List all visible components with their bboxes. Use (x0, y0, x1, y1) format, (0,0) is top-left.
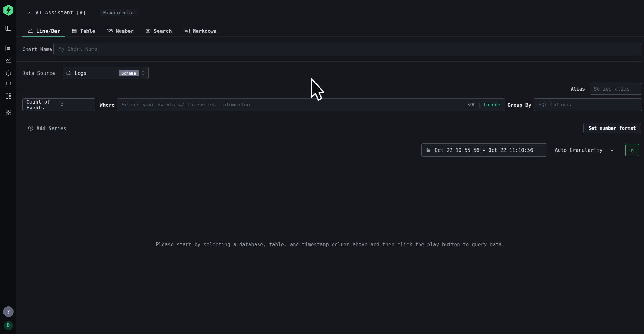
sidebar: ? D (0, 0, 16, 334)
tab-line-bar[interactable]: Line/Bar (22, 25, 65, 36)
ai-assistant-title: AI Assistant [A] (36, 10, 86, 15)
gear-icon (5, 109, 12, 116)
sql-toggle[interactable]: SQL (468, 102, 476, 108)
toggle-separator: | (478, 102, 481, 108)
ai-assistant-header: AI Assistant [A] Experimental (16, 0, 644, 25)
line-chart-icon (5, 57, 12, 64)
group-by-label: Group By (507, 102, 531, 108)
markdown-icon: M↓ (184, 29, 190, 33)
play-icon (630, 148, 635, 152)
divider (16, 61, 642, 62)
laptop-icon (5, 81, 12, 88)
data-source-value: Logs (75, 70, 119, 76)
help-label: ? (7, 309, 10, 315)
log-list-icon (5, 45, 12, 52)
experimental-badge: Experimental (100, 9, 137, 16)
help-button[interactable]: ? (3, 306, 14, 317)
app-logo[interactable] (3, 4, 14, 16)
time-controls-row: Oct 22 10:55:56 - Oct 22 11:10:56 Auto G… (16, 143, 639, 157)
database-icon (66, 70, 72, 76)
sidebar-item-alerts[interactable] (5, 69, 12, 76)
where-label: Where (100, 102, 115, 108)
series-row: Count of Events Where SQL | Lucene Group… (16, 98, 644, 111)
collapse-chevron-icon[interactable] (26, 10, 31, 15)
aggregation-value: Count of Events (26, 99, 58, 111)
calendar-icon (426, 148, 431, 153)
number-123-icon: 123 (107, 29, 113, 33)
sidebar-item-settings[interactable] (5, 109, 12, 116)
series-alias-input[interactable] (590, 83, 642, 95)
tab-label: Table (80, 28, 95, 34)
sidebar-item-logs[interactable] (5, 45, 12, 52)
schema-badge: Schema (119, 70, 139, 76)
granularity-value: Auto Granularity (555, 147, 603, 153)
document-list-icon (146, 28, 151, 34)
divider (16, 89, 570, 89)
chart-name-label: Chart Name (22, 46, 52, 52)
hyperdx-logo-icon (3, 4, 14, 16)
main-content: AI Assistant [A] Experimental Line/Bar T… (16, 0, 644, 334)
data-source-select[interactable]: Logs Schema (63, 67, 149, 79)
alias-label: Alias (571, 86, 585, 92)
lucene-toggle[interactable]: Lucene (484, 102, 500, 108)
dashboard-grid-icon (5, 92, 12, 100)
chart-name-row: Chart Name (16, 43, 644, 55)
panel-layout-icon (5, 25, 12, 32)
add-series-button[interactable]: Add Series (28, 125, 66, 131)
tab-label: Markdown (193, 28, 217, 34)
bell-icon (5, 69, 12, 76)
tab-markdown[interactable]: M↓ Markdown (178, 25, 222, 36)
data-source-label: Data Source (22, 70, 55, 76)
data-source-row: Data Source Logs Schema (16, 67, 644, 79)
chart-name-input[interactable] (53, 43, 642, 55)
tab-label: Search (154, 28, 172, 34)
aggregation-select[interactable]: Count of Events (22, 98, 95, 111)
where-search-field: SQL | Lucene (117, 98, 505, 111)
run-query-button[interactable] (625, 144, 639, 156)
chart-type-tabs: Line/Bar Table 123 Number Search M↓ Ma (16, 25, 644, 37)
user-avatar[interactable]: D (4, 321, 13, 330)
tab-label: Line/Bar (36, 28, 60, 34)
tab-label: Number (116, 28, 134, 34)
tab-search[interactable]: Search (140, 25, 177, 36)
sidebar-item-dashboards[interactable] (5, 92, 12, 100)
granularity-select[interactable]: Auto Granularity (555, 147, 615, 153)
tab-number[interactable]: 123 Number (102, 25, 139, 36)
chevron-updown-icon (60, 102, 92, 107)
series-actions-row: Add Series Set number format (16, 123, 644, 133)
app-window: ? D AI Assistant [A] Experimental Line/B… (0, 0, 644, 334)
alias-row: Alias (571, 83, 642, 95)
table-icon (72, 28, 77, 34)
chevron-down-icon (609, 148, 615, 153)
add-series-label: Add Series (37, 125, 66, 131)
empty-state-message: Please start by selecting a database, ta… (16, 242, 644, 247)
line-chart-icon (28, 28, 33, 34)
date-range-value: Oct 22 10:55:56 - Oct 22 11:10:56 (435, 147, 533, 153)
avatar-initial: D (7, 323, 10, 328)
query-language-toggle: SQL | Lucene (468, 102, 500, 108)
tab-table[interactable]: Table (67, 25, 100, 36)
sidebar-item-sessions[interactable] (5, 81, 12, 88)
set-number-format-button[interactable]: Set number format (583, 123, 641, 133)
sidebar-item-panel[interactable] (5, 25, 12, 32)
where-search-input[interactable] (122, 99, 468, 111)
sidebar-item-chart[interactable] (5, 57, 12, 64)
chevron-updown-icon (141, 71, 145, 75)
date-range-picker[interactable]: Oct 22 10:55:56 - Oct 22 11:10:56 (421, 143, 547, 157)
plus-circle-icon (28, 126, 33, 131)
set-number-format-label: Set number format (588, 126, 636, 131)
group-by-input[interactable] (534, 98, 642, 111)
